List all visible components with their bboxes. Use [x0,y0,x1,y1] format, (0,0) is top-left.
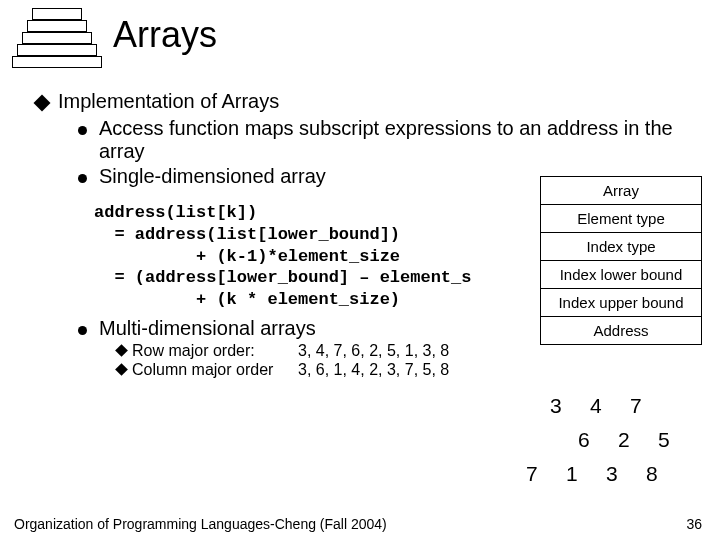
matrix-cell: 7 [630,394,670,418]
matrix-cell: 6 [578,428,618,452]
descriptor-table: Array Element type Index type Index lowe… [540,176,702,345]
col-major-label: Column major order [132,361,292,379]
col-major-item: Column major order 3, 6, 1, 4, 2, 3, 7, … [117,361,708,379]
sub-bullet-1: Access function maps subscript expressio… [78,117,708,163]
matrix-cell: 5 [658,428,698,452]
matrix-cell: 3 [550,394,590,418]
layer-3 [17,44,97,56]
layer-4 [12,56,102,68]
row-major-label: Row major order: [132,342,292,360]
descriptor-row-index-type: Index type [541,233,701,261]
matrix-cell: 1 [566,462,606,486]
slide-header: Arrays [0,0,720,78]
diamond-bullet-icon [34,95,51,112]
matrix-row-2: 6 2 5 [578,428,708,452]
col-major-values: 3, 6, 1, 4, 2, 3, 7, 5, 8 [298,361,449,379]
example-matrix: 3 4 7 6 2 5 7 1 3 8 [518,394,708,496]
main-bullet: Implementation of Arrays [36,90,708,113]
main-bullet-text: Implementation of Arrays [58,90,279,113]
footer-text: Organization of Programming Languages-Ch… [14,516,387,532]
sub-bullet-1-text: Access function maps subscript expressio… [99,117,708,163]
layer-2 [22,32,92,44]
descriptor-row-address: Address [541,317,701,344]
disc-bullet-icon [78,126,87,135]
descriptor-row-element-type: Element type [541,205,701,233]
matrix-row-1: 3 4 7 [550,394,708,418]
page-number: 36 [686,516,702,532]
matrix-row-3: 7 1 3 8 [526,462,708,486]
matrix-cell: 2 [618,428,658,452]
matrix-cell: 3 [606,462,646,486]
row-major-values: 3, 4, 7, 6, 2, 5, 1, 3, 8 [298,342,449,360]
disc-bullet-icon [78,326,87,335]
layer-0 [32,8,82,20]
layers-icon [6,8,101,78]
matrix-cell: 8 [646,462,686,486]
disc-bullet-icon [78,174,87,183]
slide-title: Arrays [113,14,217,56]
descriptor-row-upper-bound: Index upper bound [541,289,701,317]
descriptor-row-lower-bound: Index lower bound [541,261,701,289]
diamond-bullet-icon [115,344,128,357]
matrix-cell: 7 [526,462,566,486]
sub-bullet-2-text: Single-dimensioned array [99,165,326,188]
layer-1 [27,20,87,32]
diamond-bullet-icon [115,363,128,376]
matrix-cell: 4 [590,394,630,418]
order-list: Row major order: 3, 4, 7, 6, 2, 5, 1, 3,… [117,342,708,379]
descriptor-row-array: Array [541,177,701,205]
